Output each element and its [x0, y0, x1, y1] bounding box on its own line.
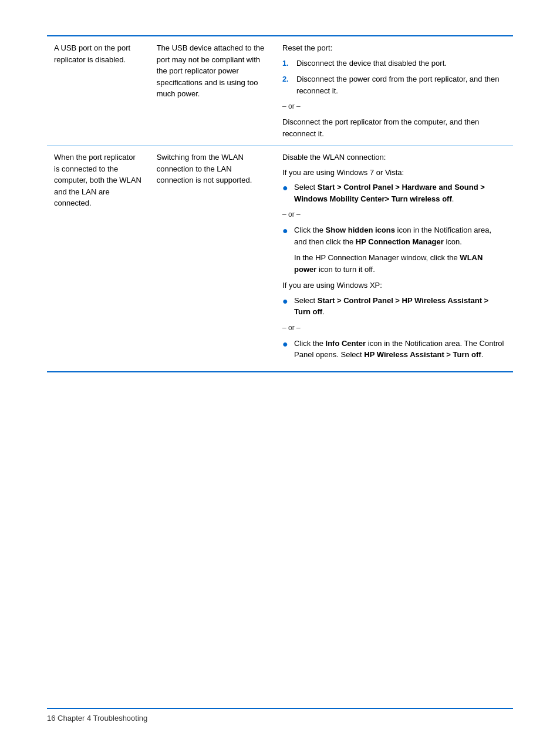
- or-divider-1: – or –: [282, 101, 506, 112]
- col2-row1: The USB device attached to the port may …: [150, 36, 275, 146]
- sub-para-1: In the HP Connection Manager window, cli…: [294, 252, 506, 275]
- table-row: A USB port on the port replicator is dis…: [47, 36, 513, 146]
- vista-bullets-1: ● Select Start > Control Panel > Hardwar…: [282, 182, 506, 204]
- page-footer: 16 Chapter 4 Troubleshooting: [47, 708, 513, 723]
- bullet-icon-2: ●: [282, 224, 289, 237]
- vista-bullets-2: ● Click the Show hidden icons icon in th…: [282, 224, 506, 247]
- step-1-text: Disconnect the device that disabled the …: [296, 58, 447, 69]
- col2-row2: Switching from the WLAN connection to th…: [150, 146, 275, 372]
- col3-extra-row1: Disconnect the port replicator from the …: [282, 116, 506, 139]
- col1-text-row1: A USB port on the port replicator is dis…: [54, 43, 130, 64]
- bullet-icon-4: ●: [282, 338, 289, 351]
- bullet-icon-3: ●: [282, 295, 289, 308]
- xp-bullet-2-text: Click the Info Center icon in the Notifi…: [294, 338, 506, 361]
- bold-text-7: HP Wireless Assistant > Turn off: [364, 350, 481, 359]
- bold-text-3: HP Connection Manager: [356, 237, 444, 246]
- footer-text: 16 Chapter 4 Troubleshooting: [47, 714, 147, 723]
- step-2: 2. Disconnect the power cord from the po…: [282, 73, 506, 96]
- steps-list-row1: 1. Disconnect the device that disabled t…: [282, 58, 506, 97]
- col2-text-row1: The USB device attached to the port may …: [157, 43, 265, 98]
- bold-text-2: Show hidden icons: [326, 226, 395, 234]
- bold-text-4: WLAN power: [294, 253, 483, 274]
- content-table: A USB port on the port replicator is dis…: [47, 35, 513, 372]
- col3-row2: Disable the WLAN connection: If you are …: [275, 146, 513, 372]
- or-divider-2: – or –: [282, 209, 506, 220]
- step-1: 1. Disconnect the device that disabled t…: [282, 58, 506, 69]
- col3-label-row1: Reset the port:: [282, 42, 506, 54]
- col1-text-row2: When the port replicator is connected to…: [54, 153, 141, 207]
- bullet-icon-1: ●: [282, 182, 289, 194]
- page-container: A USB port on the port replicator is dis…: [0, 0, 560, 419]
- bold-text-5: Start > Control Panel > HP Wireless Assi…: [294, 296, 488, 317]
- col1-row1: A USB port on the port replicator is dis…: [47, 36, 150, 146]
- col1-row2: When the port replicator is connected to…: [47, 146, 150, 372]
- or-divider-3: – or –: [282, 322, 506, 333]
- xp-bullet-1-text: Select Start > Control Panel > HP Wirele…: [294, 295, 506, 318]
- xp-bullet-2: ● Click the Info Center icon in the Noti…: [282, 338, 506, 361]
- windows-vista-label: If you are using Windows 7 or Vista:: [282, 167, 506, 179]
- table-row-2: When the port replicator is connected to…: [47, 146, 513, 372]
- vista-bullet-1-text: Select Start > Control Panel > Hardware …: [294, 182, 506, 204]
- windows-xp-label: If you are using Windows XP:: [282, 280, 506, 291]
- bold-text-6: Info Center: [326, 339, 366, 348]
- xp-bullets-1: ● Select Start > Control Panel > HP Wire…: [282, 295, 506, 318]
- bold-text-1: Start > Control Panel > Hardware and Sou…: [294, 183, 485, 203]
- xp-bullets-2: ● Click the Info Center icon in the Noti…: [282, 338, 506, 361]
- xp-bullet-1: ● Select Start > Control Panel > HP Wire…: [282, 295, 506, 318]
- step-2-num: 2.: [282, 73, 292, 96]
- vista-bullet-1: ● Select Start > Control Panel > Hardwar…: [282, 182, 506, 204]
- vista-bullet-2: ● Click the Show hidden icons icon in th…: [282, 224, 506, 247]
- col3-row1: Reset the port: 1. Disconnect the device…: [275, 36, 513, 146]
- step-1-num: 1.: [282, 58, 292, 69]
- step-2-text: Disconnect the power cord from the port …: [296, 73, 506, 96]
- vista-bullet-2-text: Click the Show hidden icons icon in the …: [294, 224, 506, 247]
- col2-text-row2: Switching from the WLAN connection to th…: [157, 153, 252, 184]
- footer-line: [47, 708, 513, 709]
- col3-label-row2: Disable the WLAN connection:: [282, 152, 506, 163]
